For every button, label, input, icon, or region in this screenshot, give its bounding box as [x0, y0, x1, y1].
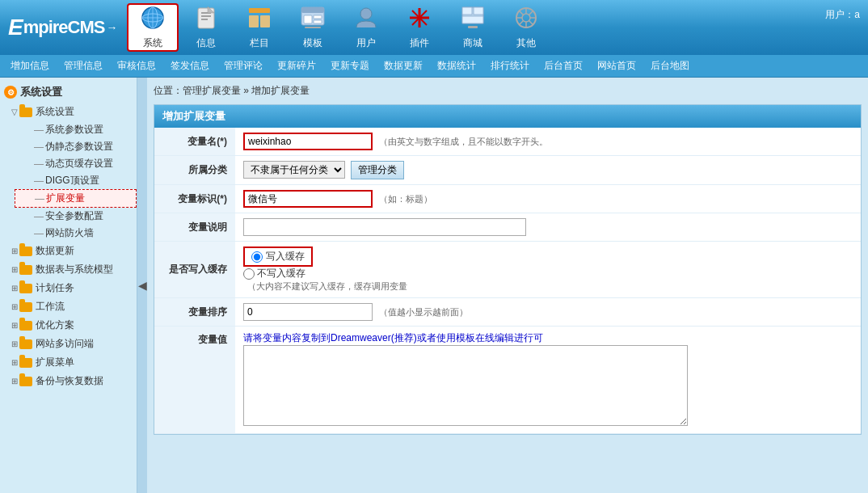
tree-expand-multisite: ⊞	[10, 339, 19, 348]
other-icon	[513, 5, 539, 35]
nav-item-shop[interactable]: 商城	[447, 3, 499, 52]
subnav-rank-stats[interactable]: 排行统计	[484, 57, 536, 75]
subnav-site-home[interactable]: 网站首页	[591, 57, 643, 75]
cache-yes-radio[interactable]	[251, 251, 263, 263]
svg-rect-10	[249, 8, 270, 13]
header: E mpireCMS → 系统	[0, 0, 868, 55]
nav-label-info: 信息	[196, 36, 216, 50]
nav-item-other[interactable]: 其他	[500, 3, 552, 52]
sidebar-group-ext-menu-title[interactable]: ⊞ 扩展菜单	[6, 353, 137, 372]
sidebar-group-workflow-title[interactable]: ⊞ 工作流	[6, 297, 137, 316]
form-field-varname: （由英文与数字组成，且不能以数字开头。	[235, 128, 861, 156]
subnav-backend-home[interactable]: 后台首页	[537, 57, 589, 75]
svg-rect-28	[468, 26, 478, 28]
subnav-backend-map[interactable]: 后台地图	[644, 57, 696, 75]
folder-icon-multisite	[19, 339, 32, 349]
column-icon	[246, 5, 272, 35]
nav-item-system[interactable]: 系统	[127, 3, 179, 52]
sidebar-group-system: ▽ 系统设置 — 系统参数设置 — 伪静态参数设置 — 动态页缓存设置	[0, 103, 137, 242]
nav-label-template: 模板	[303, 36, 322, 50]
sidebar-group-data-table-title[interactable]: ⊞ 数据表与系统模型	[6, 260, 137, 279]
category-select[interactable]: 不隶属于任何分类	[243, 161, 345, 179]
folder-icon-ext-menu	[19, 358, 32, 368]
varsort-input[interactable]	[243, 303, 373, 321]
folder-icon-data-update	[19, 247, 32, 256]
vardesc-input[interactable]	[243, 218, 526, 236]
subnav-add-info[interactable]: 增加信息	[4, 57, 56, 75]
nav-item-info[interactable]: 信息	[180, 3, 232, 52]
form-field-varsort: （值越小显示越前面）	[235, 298, 861, 327]
sidebar-leaf-digg[interactable]: — DIGG顶设置	[15, 172, 137, 189]
form-field-varident: （如：标题）	[235, 185, 861, 213]
sidebar-leaf-security[interactable]: — 安全参数配置	[15, 208, 137, 225]
sidebar: ⚙ 系统设置 ▽ 系统设置 — 系统参数设置 — 伪静态参数设置 —	[0, 78, 137, 493]
cache-no-label: 不写入缓存	[243, 267, 853, 280]
logo-arrow: →	[106, 21, 117, 34]
svg-rect-14	[301, 7, 324, 13]
form-label-vardesc: 变量说明	[154, 213, 235, 242]
form-label-category: 所属分类	[154, 156, 235, 185]
nav-item-template[interactable]: 模板	[287, 3, 339, 52]
svg-rect-27	[462, 16, 483, 23]
nav-label-other: 其他	[516, 36, 536, 50]
subnav-audit-info[interactable]: 审核信息	[111, 57, 162, 75]
subnav-update-topic[interactable]: 更新专题	[324, 57, 376, 75]
sidebar-leaf-ext-var[interactable]: — 扩展变量	[15, 189, 137, 208]
varident-input[interactable]	[243, 190, 373, 208]
subnav-manage-comment[interactable]: 管理评论	[217, 57, 269, 75]
sidebar-group-multisite: ⊞ 网站多访问端	[0, 335, 137, 353]
sidebar-section-system[interactable]: ⚙ 系统设置	[0, 82, 137, 103]
manage-category-btn[interactable]: 管理分类	[351, 161, 404, 179]
sidebar-leaf-sys-params[interactable]: — 系统参数设置	[15, 121, 137, 138]
form-field-varvalue: 请将变量内容复制到Dreamweaver(推荐)或者使用模板在线编辑进行可	[235, 327, 861, 434]
sidebar-group-backup-title[interactable]: ⊞ 备份与恢复数据	[6, 372, 137, 390]
nav-icons: 系统 信息	[127, 3, 860, 52]
subnav-data-update[interactable]: 数据更新	[377, 57, 429, 75]
svg-line-35	[520, 11, 524, 15]
main-layout: ⚙ 系统设置 ▽ 系统设置 — 系统参数设置 — 伪静态参数设置 —	[0, 78, 868, 493]
subnav-manage-info[interactable]: 管理信息	[57, 57, 109, 75]
cache-no-radio[interactable]	[243, 268, 255, 280]
varsort-hint: （值越小显示越前面）	[379, 307, 468, 317]
content: 位置：管理扩展变量 » 增加扩展变量 增加扩展变量 变量名(*) （由英文与数字…	[147, 78, 868, 493]
form-label-cache: 是否写入缓存	[154, 242, 235, 298]
sidebar-toggle[interactable]: ◀	[137, 78, 147, 493]
svg-rect-16	[314, 15, 322, 19]
cache-radio-highlighted: 写入缓存	[243, 247, 313, 267]
folder-icon-system	[19, 107, 32, 117]
subnav-sign-info[interactable]: 签发信息	[164, 57, 216, 75]
sidebar-group-workflow: ⊞ 工作流	[0, 297, 137, 316]
nav-item-column[interactable]: 栏目	[234, 3, 285, 52]
sidebar-group-optimize: ⊞ 优化方案	[0, 316, 137, 335]
form-label-varident: 变量标识(*)	[154, 185, 235, 213]
sidebar-leaf-pseudo-static[interactable]: — 伪静态参数设置	[15, 138, 137, 155]
tree-expand-schedule: ⊞	[10, 284, 19, 293]
sidebar-group-schedule-title[interactable]: ⊞ 计划任务	[6, 279, 137, 297]
folder-icon-schedule	[19, 284, 32, 293]
system-icon	[140, 5, 166, 35]
subnav-data-stats[interactable]: 数据统计	[431, 57, 482, 75]
tree-expand-ext-menu: ⊞	[10, 358, 19, 367]
sidebar-group-data-update-title[interactable]: ⊞ 数据更新	[6, 242, 137, 260]
form-panel: 增加扩展变量 变量名(*) （由英文与数字组成，且不能以数字开头。 所属分类 不…	[154, 104, 862, 435]
form-row-category: 所属分类 不隶属于任何分类 管理分类	[154, 156, 861, 185]
nav-item-user[interactable]: 用户	[340, 3, 392, 52]
varname-hint: （由英文与数字组成，且不能以数字开头。	[379, 137, 548, 146]
sidebar-group-optimize-title[interactable]: ⊞ 优化方案	[6, 316, 137, 335]
sidebar-group-system-title[interactable]: ▽ 系统设置	[6, 103, 137, 121]
svg-line-36	[529, 21, 533, 25]
sidebar-leaf-cache-setting[interactable]: — 动态页缓存设置	[15, 155, 137, 172]
nav-label-system: 系统	[143, 36, 162, 50]
sidebar-group-multisite-title[interactable]: ⊞ 网站多访问端	[6, 335, 137, 353]
user-icon	[353, 5, 379, 35]
sidebar-group-data-update: ⊞ 数据更新	[0, 242, 137, 260]
tree-expand-workflow: ⊞	[10, 302, 19, 311]
varname-input[interactable]	[243, 133, 373, 150]
form-field-category: 不隶属于任何分类 管理分类	[235, 156, 861, 185]
nav-item-plugin[interactable]: 插件	[394, 3, 445, 52]
sidebar-leaf-firewall[interactable]: — 网站防火墙	[15, 225, 137, 242]
subnav-update-fragment[interactable]: 更新碎片	[271, 57, 322, 75]
form-row-vardesc: 变量说明	[154, 213, 861, 242]
svg-rect-18	[305, 27, 321, 28]
varvalue-textarea[interactable]	[243, 345, 688, 426]
